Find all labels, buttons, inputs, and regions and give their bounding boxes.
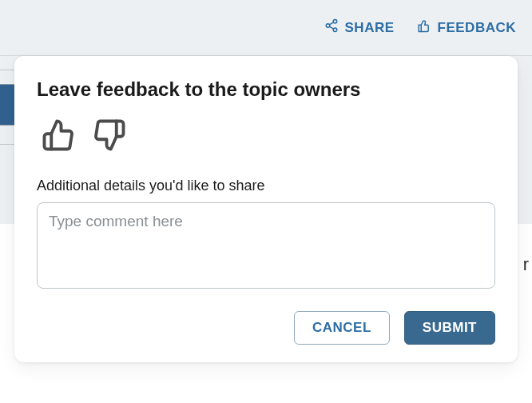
svg-line-3 (329, 26, 333, 29)
share-icon (324, 18, 339, 37)
svg-line-4 (329, 22, 333, 25)
thumbs-up-icon (42, 141, 75, 154)
thumbs-down-button[interactable] (93, 118, 126, 155)
share-button[interactable]: SHARE (324, 18, 395, 37)
comment-input[interactable] (37, 202, 495, 289)
feedback-modal: Leave feedback to the topic owners Addit… (14, 56, 518, 362)
svg-point-2 (333, 28, 337, 32)
feedback-button[interactable]: FEEDBACK (417, 18, 516, 37)
share-label: SHARE (345, 20, 395, 36)
sidebar-active-indicator (0, 84, 14, 126)
feedback-label: FEEDBACK (438, 20, 516, 36)
svg-point-0 (333, 20, 337, 24)
submit-button[interactable]: SUBMIT (404, 311, 495, 345)
divider (0, 144, 14, 145)
thumbs-up-icon (417, 18, 431, 37)
cancel-button[interactable]: CANCEL (294, 311, 390, 345)
thumbs-down-icon (93, 141, 126, 154)
thumbs-up-button[interactable] (42, 118, 75, 155)
background-text: r (523, 254, 529, 275)
divider (0, 70, 14, 70)
comment-label: Additional details you'd like to share (37, 178, 495, 194)
svg-point-1 (326, 24, 330, 28)
modal-title: Leave feedback to the topic owners (37, 78, 495, 101)
